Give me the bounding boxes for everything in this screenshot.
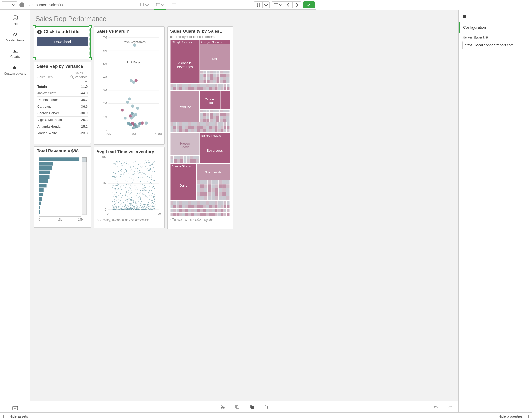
table-row[interactable]: Marian White-23.8: [37, 130, 88, 137]
col-sales-rep[interactable]: Sales Rep: [37, 70, 74, 84]
table-row[interactable]: Amanda Honda-25.2: [37, 123, 88, 130]
sheet-editor-tab[interactable]: [154, 0, 166, 10]
prev-sheet-button[interactable]: [284, 2, 292, 8]
treemap-card[interactable]: Sales Quantity by Sales… colored by # of…: [167, 26, 233, 229]
hamburger-icon[interactable]: [2, 2, 10, 8]
bookmark-button[interactable]: [254, 1, 270, 8]
svg-rect-898: [139, 209, 139, 210]
table-row[interactable]: Dennis Fisher-36.7: [37, 97, 88, 103]
svg-rect-116: [134, 163, 134, 163]
svg-text:0: 0: [105, 128, 107, 131]
svg-rect-961: [115, 209, 116, 209]
variance-table[interactable]: Sales Rep Sales Variance▲ Totals-11.9 Ja…: [37, 70, 88, 136]
svg-rect-1185: [184, 156, 187, 159]
svg-rect-873: [116, 203, 117, 203]
svg-rect-618: [140, 182, 140, 182]
svg-rect-832: [147, 176, 148, 177]
svg-rect-1301: [203, 209, 206, 212]
rail-custom-objects[interactable]: Custom objects: [0, 62, 30, 78]
bookmark-icon[interactable]: [254, 2, 262, 8]
next-sheet-button[interactable]: [292, 2, 301, 8]
svg-rect-122: [135, 203, 136, 204]
svg-rect-813: [124, 209, 125, 209]
search-icon[interactable]: [70, 75, 74, 79]
svg-rect-356: [121, 202, 121, 202]
svg-rect-1183: [177, 156, 180, 159]
svg-rect-363: [149, 189, 149, 189]
svg-rect-286: [151, 183, 152, 184]
col-variance[interactable]: Sales Variance▲: [74, 70, 88, 84]
table-row[interactable]: Sharon Carver-30.9: [37, 110, 88, 117]
table-row[interactable]: Viginia Mountain-25.3: [37, 117, 88, 123]
svg-rect-1260: [200, 201, 203, 205]
svg-rect-541: [116, 208, 116, 209]
app-title[interactable]: _Consumer_Sales(1): [26, 3, 63, 7]
storytelling-tab[interactable]: [170, 0, 178, 10]
svg-rect-942: [112, 165, 113, 165]
svg-rect-1150: [218, 126, 221, 129]
svg-rect-999: [210, 71, 213, 74]
done-button[interactable]: [303, 1, 315, 8]
svg-rect-256: [112, 208, 113, 208]
svg-rect-1327: [221, 213, 224, 216]
variance-table-card[interactable]: Sales Rep by Variance Sales Rep Sales Va…: [34, 62, 91, 144]
svg-rect-250: [137, 205, 137, 206]
svg-rect-613: [150, 199, 150, 199]
rail-master-items[interactable]: Master items: [0, 29, 30, 45]
data-manager-tab[interactable]: [139, 0, 150, 10]
svg-rect-923: [134, 186, 135, 186]
svg-rect-487: [145, 186, 145, 186]
svg-rect-1000: [213, 71, 216, 74]
extension-object-selected[interactable]: + Click to add title Download: [34, 26, 91, 59]
svg-rect-533: [153, 192, 154, 192]
svg-rect-404: [122, 172, 122, 173]
svg-rect-786: [143, 188, 143, 189]
svg-rect-948: [151, 207, 151, 207]
svg-rect-1297: [191, 209, 194, 212]
global-menu-button[interactable]: [2, 1, 17, 8]
svg-rect-1287: [221, 205, 224, 208]
sheet-canvas[interactable]: Sales Rep Performance + Click to add tit…: [30, 10, 316, 250]
svg-rect-1292: [177, 209, 179, 212]
svg-rect-809: [121, 203, 121, 203]
svg-rect-188: [131, 208, 131, 208]
svg-rect-305: [142, 177, 143, 178]
svg-rect-719: [132, 197, 132, 197]
chevron-down-icon[interactable]: [262, 2, 269, 8]
svg-rect-650: [113, 185, 114, 186]
sheet-title[interactable]: Sales Rep Performance: [35, 15, 316, 23]
lead-inv-card[interactable]: Avg Lead Time vs Inventory 05k10k020 * P…: [94, 147, 165, 228]
svg-rect-1117: [179, 122, 182, 126]
svg-point-72: [136, 107, 139, 110]
add-title-placeholder[interactable]: Click to add title: [44, 29, 79, 34]
sheet-list-button[interactable]: [272, 2, 284, 8]
svg-rect-935: [123, 208, 123, 208]
svg-rect-1053: [173, 87, 176, 90]
svg-rect-1048: [218, 84, 221, 87]
chevron-down-icon[interactable]: [10, 2, 17, 8]
svg-rect-442: [120, 208, 121, 209]
svg-rect-482: [125, 163, 125, 164]
svg-rect-1239: [222, 192, 226, 196]
svg-rect-648: [154, 202, 155, 202]
svg-text:2M: 2M: [103, 102, 107, 105]
svg-rect-481: [116, 187, 116, 187]
svg-rect-569: [133, 200, 133, 201]
svg-rect-115: [142, 194, 143, 194]
svg-rect-632: [152, 200, 153, 201]
revenue-bar-card[interactable]: Total Revenue = $98… 012M24M: [34, 146, 91, 228]
svg-rect-274: [143, 191, 144, 191]
svg-rect-480: [148, 196, 148, 196]
svg-rect-496: [113, 208, 113, 209]
sales-margin-card[interactable]: Sales vs Margin 01M2M3M4M5M6M7M0%50%100%…: [94, 26, 165, 145]
svg-rect-1298: [194, 209, 197, 212]
table-row[interactable]: Janice Scott-44.0: [37, 90, 88, 97]
rail-charts[interactable]: Charts: [0, 46, 30, 61]
svg-rect-1299: [197, 209, 200, 212]
rail-fields[interactable]: Fields: [0, 13, 30, 28]
table-row[interactable]: Cart Lynch-36.6: [37, 103, 88, 110]
svg-rect-510: [121, 186, 121, 187]
svg-rect-939: [114, 209, 114, 209]
download-button[interactable]: Download: [37, 37, 88, 46]
svg-rect-477: [126, 184, 127, 185]
